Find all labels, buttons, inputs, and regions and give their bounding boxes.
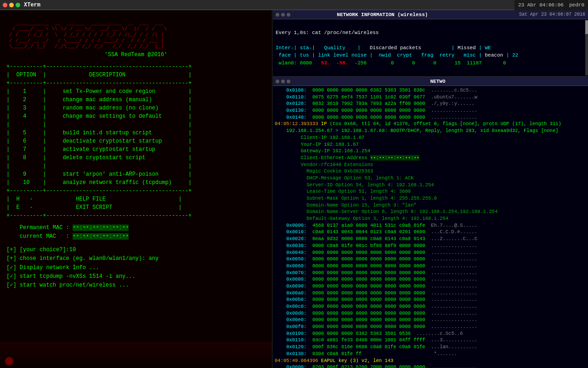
permanent-mac-value: ••:••:••:••:••:•• [73, 224, 129, 231]
current-mac-label: current MAC : [6, 233, 73, 240]
minimize-button[interactable] [9, 3, 14, 7]
menu-separator-mid: +----------+----------------------------… [6, 79, 266, 87]
wireless-header1: Inter-| sta-| Quality | Discarded packet… [276, 45, 491, 51]
bottom-decorative-bar: ⬤ [0, 343, 272, 368]
wireless-info-pane: NETWORK INFORMATION (wireless) Sat Apr 2… [273, 10, 588, 77]
wireless-titlebar: NETWORK INFORMATION (wireless) Sat Apr 2… [273, 10, 588, 19]
redteam-logo: ⬤ [5, 356, 14, 366]
window-controls[interactable] [3, 3, 20, 7]
menu-area: +----------+----------------------------… [0, 63, 272, 220]
mac-info: Permanent MAC : ••:••:••:••:••:•• curren… [0, 220, 272, 245]
current-mac-value: ••:••:••:••:••:•• [73, 233, 129, 240]
wireless-header2: face | tus | link level noise | nwid cry… [276, 52, 518, 58]
netdump-title: NETWO [430, 79, 445, 84]
close-button[interactable] [3, 3, 7, 7]
menu-item-10[interactable]: | 10 | analyze network traffic (tcpdump)… [6, 178, 266, 187]
prompt-choice: [+] [your choice?]:10 [+] chose interfac… [6, 247, 158, 288]
wireless-command: Every 1,0s: cat /proc/net/wireless [276, 30, 379, 35]
scrollbar-thumb[interactable] [585, 20, 588, 34]
menu-item-7[interactable]: | 7 | activate cryptostart startup | [6, 145, 266, 154]
menu-item-2[interactable]: | 2 | change mac address (manual) | [6, 96, 266, 104]
wireless-min-btn[interactable] [281, 13, 285, 17]
menu-item-3[interactable]: | 3 | random mac address (no clone) | [6, 104, 266, 112]
system-info: 23 Abr 04:06:06 pedr0 [514, 0, 588, 10]
wireless-title: NETWORK INFORMATION (wireless) [337, 12, 428, 17]
netdump-min-btn[interactable] [281, 80, 285, 83]
menu-item-4[interactable]: | 4 | change mac settings to default | [6, 112, 266, 121]
menu-separator-top: +----------+----------------------------… [6, 63, 266, 71]
subtitle-text: 'SSA RedTeam @2016' [0, 50, 272, 63]
menu-help[interactable]: | H - HELP FILE | [6, 195, 266, 203]
datetime: 23 Abr 04:06:06 [518, 2, 564, 8]
username: pedr0 [569, 2, 584, 8]
left-terminal-pane: ___________ __ ______ __________ __ ___ … [0, 10, 272, 368]
netdump-max-btn[interactable] [287, 80, 290, 83]
menu-separator-bot: +----------+----------------------------… [6, 187, 266, 195]
menu-blank-1: | | | [6, 121, 266, 129]
netdump-data: 0x0100: 0000 0000 0000 0000 6382 5363 35… [273, 86, 588, 368]
menu-item-9[interactable]: | 9 | start 'arpon' anti-ARP-poison | [6, 170, 266, 178]
menu-blank-2: | | | [6, 162, 266, 170]
menu-exit[interactable]: | E - EXIT SCRIPT | [6, 203, 266, 212]
terminal-output: [+] [your choice?]:10 [+] chose interfac… [0, 245, 272, 299]
titlebar: XTerm 23 Abr 04:06:06 pedr0 [0, 0, 588, 10]
menu-item-1[interactable]: | 1 | set Tx-Power and code region | [6, 87, 266, 96]
menu-item-5[interactable]: | 5 | build init.d startup script | [6, 129, 266, 137]
right-section: NETWORK INFORMATION (wireless) Sat Apr 2… [273, 10, 588, 368]
wireless-close-btn[interactable] [276, 13, 279, 17]
wireless-win-controls[interactable] [276, 13, 290, 17]
netdump-close-btn[interactable] [276, 80, 279, 83]
netdump-win-controls[interactable] [276, 80, 290, 83]
permanent-mac-label: Permanent MAC : [6, 224, 73, 231]
wireless-data-row: wlan0: 0000 52. -58. -256 0 0 0 15 11187… [276, 60, 506, 66]
menu-header: | OPTION | DESCRIPTION | [6, 71, 266, 79]
network-dump-pane: NETWO 0x0100: 0000 0000 0000 0000 6382 5… [273, 77, 588, 368]
ascii-art-logo: ___________ __ ______ __________ __ ___ … [0, 10, 272, 50]
wireless-max-btn[interactable] [287, 13, 290, 17]
wireless-data: Every 1,0s: cat /proc/net/wireless Inter… [273, 19, 588, 76]
netdump-titlebar: NETWO [273, 77, 588, 86]
wireless-subtitle: Sat Apr 23 04:06:07 2016 [519, 12, 585, 17]
menu-separator-final: +----------+----------------------------… [6, 212, 266, 220]
maximize-button[interactable] [16, 3, 20, 7]
window-title: XTerm [24, 2, 40, 8]
scrollbar[interactable] [585, 20, 588, 75]
menu-item-8[interactable]: | 8 | delete cryptostart script | [6, 154, 266, 162]
menu-item-6[interactable]: | 6 | deactivate cryptostart startup | [6, 137, 266, 145]
